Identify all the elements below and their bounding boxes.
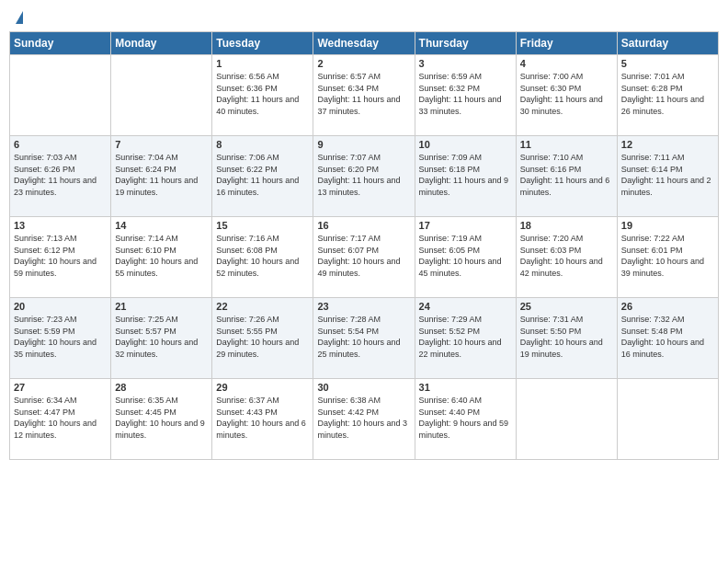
day-info: Sunrise: 7:09 AMSunset: 6:18 PMDaylight:… (419, 152, 512, 198)
day-number: 14 (115, 220, 208, 231)
calendar-week-row: 27Sunrise: 6:34 AMSunset: 4:47 PMDayligh… (10, 379, 719, 460)
calendar-cell: 31Sunrise: 6:40 AMSunset: 4:40 PMDayligh… (415, 379, 516, 460)
day-info: Sunrise: 7:32 AMSunset: 5:48 PMDaylight:… (621, 314, 714, 360)
day-number: 17 (419, 220, 512, 231)
weekday-header-tuesday: Tuesday (212, 32, 313, 55)
calendar-week-row: 20Sunrise: 7:23 AMSunset: 5:59 PMDayligh… (10, 298, 719, 379)
day-number: 7 (115, 139, 208, 150)
day-info: Sunrise: 6:59 AMSunset: 6:32 PMDaylight:… (419, 71, 512, 117)
day-number: 4 (520, 58, 613, 69)
day-info: Sunrise: 6:37 AMSunset: 4:43 PMDaylight:… (216, 395, 309, 441)
calendar-cell: 5Sunrise: 7:01 AMSunset: 6:28 PMDaylight… (617, 55, 718, 136)
calendar-cell: 15Sunrise: 7:16 AMSunset: 6:08 PMDayligh… (212, 217, 313, 298)
day-info: Sunrise: 7:29 AMSunset: 5:52 PMDaylight:… (419, 314, 512, 360)
calendar-cell: 11Sunrise: 7:10 AMSunset: 6:16 PMDayligh… (516, 136, 617, 217)
day-number: 12 (621, 139, 714, 150)
day-info: Sunrise: 7:13 AMSunset: 6:12 PMDaylight:… (14, 233, 107, 279)
calendar-cell (10, 55, 111, 136)
weekday-header-wednesday: Wednesday (313, 32, 415, 55)
day-info: Sunrise: 6:56 AMSunset: 6:36 PMDaylight:… (216, 71, 309, 117)
day-info: Sunrise: 6:38 AMSunset: 4:42 PMDaylight:… (317, 395, 410, 441)
day-info: Sunrise: 7:01 AMSunset: 6:28 PMDaylight:… (621, 71, 714, 117)
calendar-cell: 26Sunrise: 7:32 AMSunset: 5:48 PMDayligh… (617, 298, 718, 379)
day-info: Sunrise: 7:25 AMSunset: 5:57 PMDaylight:… (115, 314, 208, 360)
day-number: 18 (520, 220, 613, 231)
day-number: 6 (14, 139, 107, 150)
calendar-table: SundayMondayTuesdayWednesdayThursdayFrid… (9, 31, 719, 460)
logo (13, 9, 23, 24)
calendar-cell: 28Sunrise: 6:35 AMSunset: 4:45 PMDayligh… (111, 379, 212, 460)
day-number: 26 (621, 301, 714, 312)
calendar-cell: 4Sunrise: 7:00 AMSunset: 6:30 PMDaylight… (516, 55, 617, 136)
weekday-header-row: SundayMondayTuesdayWednesdayThursdayFrid… (10, 32, 719, 55)
day-number: 20 (14, 301, 107, 312)
calendar-cell: 12Sunrise: 7:11 AMSunset: 6:14 PMDayligh… (617, 136, 718, 217)
day-info: Sunrise: 7:14 AMSunset: 6:10 PMDaylight:… (115, 233, 208, 279)
calendar-week-row: 13Sunrise: 7:13 AMSunset: 6:12 PMDayligh… (10, 217, 719, 298)
day-info: Sunrise: 7:16 AMSunset: 6:08 PMDaylight:… (216, 233, 309, 279)
day-number: 28 (115, 382, 208, 393)
day-number: 3 (419, 58, 512, 69)
day-info: Sunrise: 7:04 AMSunset: 6:24 PMDaylight:… (115, 152, 208, 198)
calendar-cell: 7Sunrise: 7:04 AMSunset: 6:24 PMDaylight… (111, 136, 212, 217)
day-info: Sunrise: 6:34 AMSunset: 4:47 PMDaylight:… (14, 395, 107, 441)
weekday-header-thursday: Thursday (415, 32, 516, 55)
calendar-cell: 10Sunrise: 7:09 AMSunset: 6:18 PMDayligh… (415, 136, 516, 217)
day-number: 16 (317, 220, 410, 231)
calendar-cell: 23Sunrise: 7:28 AMSunset: 5:54 PMDayligh… (313, 298, 415, 379)
calendar-cell: 8Sunrise: 7:06 AMSunset: 6:22 PMDaylight… (212, 136, 313, 217)
weekday-header-monday: Monday (111, 32, 212, 55)
calendar-cell: 19Sunrise: 7:22 AMSunset: 6:01 PMDayligh… (617, 217, 718, 298)
calendar-cell: 9Sunrise: 7:07 AMSunset: 6:20 PMDaylight… (313, 136, 415, 217)
day-number: 10 (419, 139, 512, 150)
page-header (9, 9, 719, 24)
day-number: 5 (621, 58, 714, 69)
day-info: Sunrise: 7:20 AMSunset: 6:03 PMDaylight:… (520, 233, 613, 279)
day-info: Sunrise: 7:11 AMSunset: 6:14 PMDaylight:… (621, 152, 714, 198)
day-number: 13 (14, 220, 107, 231)
calendar-cell: 29Sunrise: 6:37 AMSunset: 4:43 PMDayligh… (212, 379, 313, 460)
calendar-cell: 6Sunrise: 7:03 AMSunset: 6:26 PMDaylight… (10, 136, 111, 217)
day-info: Sunrise: 6:35 AMSunset: 4:45 PMDaylight:… (115, 395, 208, 441)
day-info: Sunrise: 7:19 AMSunset: 6:05 PMDaylight:… (419, 233, 512, 279)
day-number: 24 (419, 301, 512, 312)
day-info: Sunrise: 7:00 AMSunset: 6:30 PMDaylight:… (520, 71, 613, 117)
day-number: 31 (419, 382, 512, 393)
day-number: 23 (317, 301, 410, 312)
calendar-cell: 25Sunrise: 7:31 AMSunset: 5:50 PMDayligh… (516, 298, 617, 379)
calendar-cell: 30Sunrise: 6:38 AMSunset: 4:42 PMDayligh… (313, 379, 415, 460)
calendar-cell: 16Sunrise: 7:17 AMSunset: 6:07 PMDayligh… (313, 217, 415, 298)
calendar-cell: 27Sunrise: 6:34 AMSunset: 4:47 PMDayligh… (10, 379, 111, 460)
day-info: Sunrise: 7:06 AMSunset: 6:22 PMDaylight:… (216, 152, 309, 198)
calendar-cell: 13Sunrise: 7:13 AMSunset: 6:12 PMDayligh… (10, 217, 111, 298)
calendar-cell (111, 55, 212, 136)
day-number: 21 (115, 301, 208, 312)
day-number: 9 (317, 139, 410, 150)
weekday-header-saturday: Saturday (617, 32, 718, 55)
day-info: Sunrise: 7:31 AMSunset: 5:50 PMDaylight:… (520, 314, 613, 360)
day-number: 1 (216, 58, 309, 69)
calendar-cell (617, 379, 718, 460)
day-number: 22 (216, 301, 309, 312)
day-info: Sunrise: 7:17 AMSunset: 6:07 PMDaylight:… (317, 233, 410, 279)
day-info: Sunrise: 7:22 AMSunset: 6:01 PMDaylight:… (621, 233, 714, 279)
day-number: 2 (317, 58, 410, 69)
calendar-cell: 1Sunrise: 6:56 AMSunset: 6:36 PMDaylight… (212, 55, 313, 136)
logo-triangle-icon (16, 11, 23, 24)
day-number: 11 (520, 139, 613, 150)
day-info: Sunrise: 7:28 AMSunset: 5:54 PMDaylight:… (317, 314, 410, 360)
day-info: Sunrise: 6:40 AMSunset: 4:40 PMDaylight:… (419, 395, 512, 441)
day-info: Sunrise: 7:07 AMSunset: 6:20 PMDaylight:… (317, 152, 410, 198)
calendar-cell: 20Sunrise: 7:23 AMSunset: 5:59 PMDayligh… (10, 298, 111, 379)
calendar-cell: 2Sunrise: 6:57 AMSunset: 6:34 PMDaylight… (313, 55, 415, 136)
day-info: Sunrise: 7:10 AMSunset: 6:16 PMDaylight:… (520, 152, 613, 198)
day-number: 27 (14, 382, 107, 393)
day-info: Sunrise: 6:57 AMSunset: 6:34 PMDaylight:… (317, 71, 410, 117)
day-info: Sunrise: 7:26 AMSunset: 5:55 PMDaylight:… (216, 314, 309, 360)
day-number: 30 (317, 382, 410, 393)
day-number: 25 (520, 301, 613, 312)
calendar-cell: 3Sunrise: 6:59 AMSunset: 6:32 PMDaylight… (415, 55, 516, 136)
calendar-cell: 17Sunrise: 7:19 AMSunset: 6:05 PMDayligh… (415, 217, 516, 298)
calendar-week-row: 6Sunrise: 7:03 AMSunset: 6:26 PMDaylight… (10, 136, 719, 217)
weekday-header-sunday: Sunday (10, 32, 111, 55)
